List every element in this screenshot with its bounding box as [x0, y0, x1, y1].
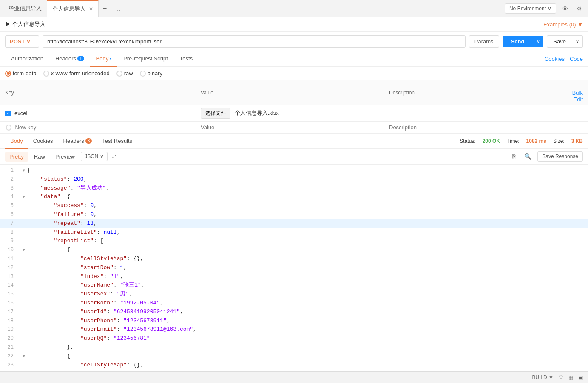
three-dots-icon[interactable]: ...: [575, 83, 580, 90]
resp-tab-headers[interactable]: Headers 3: [58, 133, 97, 149]
close-tab-icon[interactable]: ✕: [89, 6, 93, 12]
examples-button[interactable]: Examples (0) ▼: [543, 21, 583, 28]
eye-icon[interactable]: 👁: [560, 3, 571, 14]
request-name: ▶ 个人信息导入: [5, 20, 45, 28]
response-bar: Body Cookies Headers 3 Test Results Stat…: [0, 133, 588, 149]
send-dropdown-button[interactable]: ∨: [533, 36, 543, 47]
headers-badge: 1: [77, 56, 84, 61]
resp-tab-cookies-label: Cookies: [33, 138, 53, 144]
json-viewer[interactable]: 1▼{2 "status": 200,3 "message": "导入成功",4…: [0, 165, 588, 383]
json-line-20: 20 "userQQ": "123456781": [0, 334, 588, 343]
json-line-1: 1▼{: [0, 166, 588, 175]
json-line-17: 17 "userId": "624584199205041241",: [0, 308, 588, 317]
request-tabs-left: Authorization Headers 1 Body ● Pre-reque…: [5, 51, 199, 67]
request-tabs: Authorization Headers 1 Body ● Pre-reque…: [0, 51, 588, 67]
fold-arrow-22[interactable]: ▼: [20, 353, 27, 360]
tab-tests[interactable]: Tests: [174, 51, 199, 67]
tab-headers-label: Headers: [55, 55, 76, 62]
tab-biye[interactable]: 毕业信息导入: [3, 0, 47, 17]
resp-headers-badge: 3: [85, 138, 92, 144]
send-btn-group: Send ∨: [503, 36, 544, 47]
json-line-14: 14 "userName": "张三1",: [0, 281, 588, 290]
new-value-input[interactable]: [201, 124, 379, 131]
status-value: 200 OK: [483, 138, 500, 144]
response-tabs-left: Body Cookies Headers 3 Test Results: [5, 133, 137, 149]
bulk-edit-button[interactable]: Bulk Edit: [572, 90, 583, 102]
json-line-21: 21 },: [0, 343, 588, 352]
copy-icon[interactable]: ⎘: [510, 151, 518, 162]
tab-headers[interactable]: Headers 1: [49, 51, 90, 67]
radio-binary-dot: [140, 71, 146, 77]
file-select-button[interactable]: 选择文件: [201, 108, 230, 119]
json-line-6: 6 "failure": 0,: [0, 210, 588, 219]
format-dropdown-icon: ∨: [100, 153, 104, 159]
radio-urlencoded-label: x-www-form-urlencoded: [51, 70, 110, 77]
tab-tests-label: Tests: [180, 55, 193, 62]
json-line-11: 11 "cellStyleMap": {},: [0, 255, 588, 264]
resp-tab-test-results[interactable]: Test Results: [97, 133, 137, 149]
save-dropdown-button[interactable]: ∨: [572, 35, 583, 48]
json-line-8: 8 "failureList": null,: [0, 228, 588, 237]
fmt-raw-button[interactable]: Raw: [30, 152, 49, 162]
layout-icon-2[interactable]: ▣: [578, 374, 583, 380]
env-selector[interactable]: No Environment ∨: [505, 3, 556, 14]
radio-binary-label: binary: [148, 70, 162, 77]
url-input[interactable]: [43, 35, 466, 48]
body-type-form-data[interactable]: form-data: [5, 70, 37, 77]
tab-prerequest-label: Pre-request Script: [123, 55, 168, 62]
body-type-raw[interactable]: raw: [116, 70, 133, 77]
json-line-16: 16 "userBorn": "1992-05-04",: [0, 299, 588, 308]
row-checkbox[interactable]: [5, 111, 11, 116]
heart-icon[interactable]: ♡: [559, 374, 563, 380]
body-type-bar: form-data x-www-form-urlencoded raw bina…: [0, 67, 588, 80]
tab-geren[interactable]: 个人信息导入 ✕: [47, 0, 99, 17]
resp-tab-body-label: Body: [10, 138, 23, 144]
fmt-preview-button[interactable]: Preview: [51, 152, 79, 162]
method-label: POST: [10, 38, 25, 45]
new-key-input[interactable]: [15, 124, 190, 131]
format-bar: Pretty Raw Preview JSON ∨ ⇌ ⎘ 🔍 Save Res…: [0, 149, 588, 165]
method-selector[interactable]: POST ∨: [5, 35, 39, 48]
code-link[interactable]: Code: [570, 56, 583, 62]
tabs-more-button[interactable]: ...: [111, 5, 125, 12]
resp-tab-cookies[interactable]: Cookies: [28, 133, 58, 149]
format-right: ⎘ 🔍 Save Response: [510, 151, 583, 162]
search-icon[interactable]: 🔍: [522, 151, 534, 162]
tab-prerequest[interactable]: Pre-request Script: [117, 51, 174, 67]
tab-bar: 毕业信息导入 个人信息导入 ✕ + ... No Environment ∨ 👁…: [0, 0, 588, 17]
save-button[interactable]: Save: [547, 35, 572, 48]
tab-authorization[interactable]: Authorization: [5, 51, 49, 67]
cookies-link[interactable]: Cookies: [545, 56, 565, 62]
resp-tab-test-label: Test Results: [102, 138, 132, 144]
json-line-4: 4▼ "data": {: [0, 193, 588, 201]
tab-body[interactable]: Body ●: [90, 51, 117, 67]
wrap-icon[interactable]: ⇌: [109, 151, 119, 162]
json-line-15: 15 "userSex": "男",: [0, 290, 588, 299]
add-tab-button[interactable]: +: [99, 5, 111, 12]
save-response-button[interactable]: Save Response: [537, 151, 583, 162]
url-bar: POST ∨ Params Send ∨ Save ∨: [0, 32, 588, 51]
fold-arrow-10[interactable]: ▼: [20, 247, 27, 254]
send-button[interactable]: Send: [503, 36, 533, 47]
request-title: 个人信息导入: [12, 21, 45, 27]
status-label: Status:: [460, 138, 475, 144]
format-type-selector[interactable]: JSON ∨: [81, 152, 108, 161]
form-table: Key Value Description ... Bulk Edit exce…: [0, 80, 588, 133]
layout-icon-1[interactable]: ▦: [568, 374, 573, 380]
fold-arrow-4[interactable]: ▼: [20, 194, 27, 201]
env-dropdown-icon: ∨: [548, 6, 551, 11]
fmt-pretty-button[interactable]: Pretty: [5, 152, 28, 162]
new-desc-input[interactable]: [389, 124, 557, 131]
resp-tab-body[interactable]: Body: [5, 133, 28, 149]
json-line-9: 9 "repeatList": [: [0, 237, 588, 246]
fold-arrow-1[interactable]: ▼: [20, 167, 27, 174]
build-label[interactable]: BUILD ▼: [532, 374, 554, 380]
time-value: 1082 ms: [526, 138, 546, 144]
json-line-18: 18 "userPhone": "12345678911",: [0, 317, 588, 326]
gear-icon[interactable]: ⚙: [574, 3, 585, 14]
body-type-urlencoded[interactable]: x-www-form-urlencoded: [43, 70, 110, 77]
params-button[interactable]: Params: [469, 35, 499, 48]
body-type-binary[interactable]: binary: [140, 70, 162, 77]
json-line-19: 19 "userEmail": "12345678911@163.com",: [0, 325, 588, 334]
col-header-key: Key: [0, 80, 196, 105]
